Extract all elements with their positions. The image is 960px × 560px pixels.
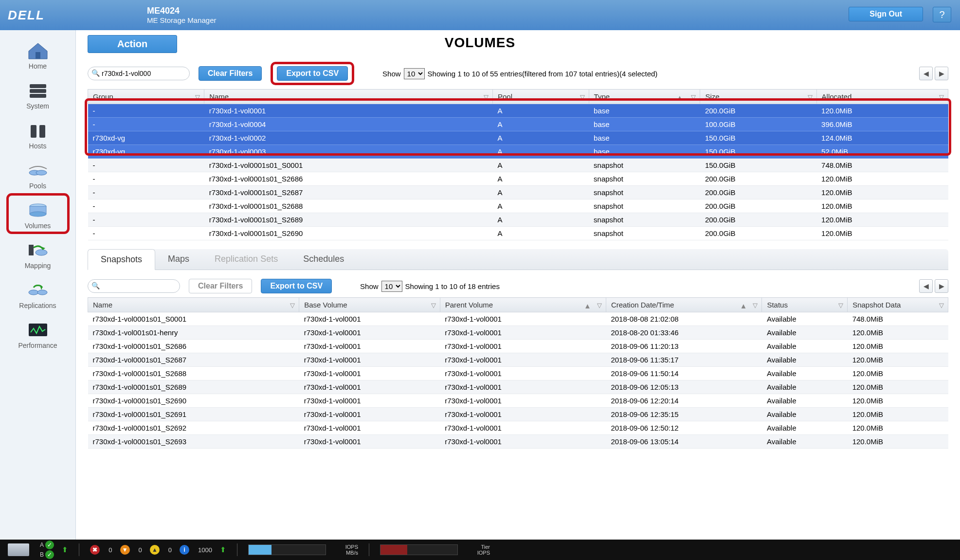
page-title: VOLUMES [445, 35, 515, 51]
table-row[interactable]: r730xd-1-vol0001s01_S2689r730xd-1-vol000… [88, 380, 948, 394]
sidebar-item-home[interactable]: Home [9, 36, 67, 72]
snapshots-table[interactable]: Name▽Base Volume▽Parent Volume▲▽Creation… [88, 297, 948, 449]
table-row[interactable]: -r730xd-1-vol0001s01_S2689Asnapshot200.0… [88, 213, 948, 227]
iops-meter [248, 544, 326, 555]
sidebar-item-replications[interactable]: Replications [9, 275, 67, 311]
cell-name: r730xd-1-vol0001s01_S2689 [88, 380, 299, 394]
snapshots-search-input[interactable] [88, 279, 180, 293]
volumes-prev-page-button[interactable]: ◀ [919, 67, 933, 80]
snapshots-col-creation-date-time[interactable]: Creation Date/Time▲▽ [606, 298, 762, 312]
sidebar-item-volumes[interactable]: Volumes [9, 196, 67, 232]
snapshots-export-csv-button[interactable]: Export to CSV [261, 279, 332, 293]
filter-icon[interactable]: ▽ [691, 93, 696, 101]
filter-icon[interactable]: ▽ [580, 93, 585, 101]
table-row[interactable]: r730xd-1-vol0001s01_S0001r730xd-1-vol000… [88, 312, 948, 326]
action-button[interactable]: Action [88, 35, 177, 53]
sidebar-item-label: Mapping [25, 262, 51, 270]
cell-dt: 2018-09-06 12:05:13 [606, 380, 762, 394]
table-row[interactable]: r730xd-1-vol0001s01_S2687r730xd-1-vol000… [88, 353, 948, 367]
volumes-col-allocated[interactable]: Allocated▽ [816, 90, 948, 104]
cell-name: r730xd-1-vol0001s01_S2689 [204, 213, 493, 227]
filter-icon[interactable]: ▽ [195, 93, 200, 101]
detail-tabs: SnapshotsMapsReplication SetsSchedules [88, 249, 948, 270]
snapshots-prev-page-button[interactable]: ◀ [919, 279, 933, 293]
tab-maps[interactable]: Maps [155, 249, 202, 270]
table-row[interactable]: -r730xd-1-vol0001s01_S0001Asnapshot150.0… [88, 159, 948, 172]
volumes-show-label: Show [382, 70, 401, 78]
filter-icon[interactable]: ▽ [939, 93, 944, 101]
volumes-col-group[interactable]: Group▽ [88, 90, 204, 104]
snapshots-col-name[interactable]: Name▽ [88, 298, 299, 312]
filter-icon[interactable]: ▽ [597, 302, 602, 309]
volumes-search-input[interactable] [88, 67, 190, 80]
table-row[interactable]: r730xd-1-vol0001s01_S2693r730xd-1-vol000… [88, 435, 948, 449]
table-row[interactable]: r730xd-vgr730xd-1-vol0002Abase150.0GiB12… [88, 131, 948, 145]
cell-type: snapshot [589, 172, 700, 186]
tab-schedules[interactable]: Schedules [290, 249, 357, 270]
sort-asc-icon: ▲ [584, 302, 591, 310]
table-row[interactable]: r730xd-vgr730xd-1-vol0003Abase150.0GiB52… [88, 145, 948, 159]
table-row[interactable]: r730xd-1-vol001s01-henryr730xd-1-vol0001… [88, 326, 948, 340]
tab-snapshots[interactable]: Snapshots [88, 249, 155, 270]
table-row[interactable]: -r730xd-1-vol0001s01_S2690Asnapshot200.0… [88, 227, 948, 240]
cell-alloc: 124.0MiB [816, 131, 948, 145]
snapshots-next-page-button[interactable]: ▶ [935, 279, 948, 293]
table-row[interactable]: r730xd-1-vol0001s01_S2690r730xd-1-vol000… [88, 394, 948, 408]
cell-type: base [589, 145, 700, 159]
table-row[interactable]: r730xd-1-vol0001s01_S2686r730xd-1-vol000… [88, 340, 948, 353]
volumes-next-page-button[interactable]: ▶ [935, 67, 948, 80]
volumes-col-type[interactable]: Type▽▲ [589, 90, 700, 104]
volumes-col-pool[interactable]: Pool▽ [492, 90, 589, 104]
sidebar-item-mapping[interactable]: Mapping [9, 235, 67, 271]
sidebar-item-hosts[interactable]: Hosts [9, 116, 67, 152]
table-row[interactable]: r730xd-1-vol0001s01_S2692r730xd-1-vol000… [88, 421, 948, 435]
sign-out-button[interactable]: Sign Out [849, 7, 923, 21]
cell-parent: r730xd-1-vol0001 [440, 367, 606, 380]
filter-icon[interactable]: ▽ [838, 302, 843, 309]
sidebar-item-performance[interactable]: Performance [9, 315, 67, 351]
cell-data: 120.0MiB [848, 421, 948, 435]
cell-parent: r730xd-1-vol0001 [440, 380, 606, 394]
snapshots-col-base-volume[interactable]: Base Volume▽ [299, 298, 440, 312]
sidebar-item-pools[interactable]: Pools [9, 156, 67, 192]
cell-parent: r730xd-1-vol0001 [440, 312, 606, 326]
snapshots-show-select[interactable]: 10 [381, 281, 402, 292]
filter-icon[interactable]: ▽ [753, 302, 758, 309]
volumes-col-size[interactable]: Size▽ [700, 90, 816, 104]
snapshots-clear-filters-button[interactable]: Clear Filters [189, 279, 252, 293]
filter-icon[interactable]: ▽ [808, 93, 813, 101]
svg-rect-12 [29, 245, 34, 255]
expand-icon[interactable]: ⬆ [62, 545, 68, 554]
table-row[interactable]: -r730xd-1-vol0004Abase100.0GiB396.0MiB [88, 118, 948, 131]
filter-icon[interactable]: ▽ [939, 302, 944, 309]
cell-parent: r730xd-1-vol0001 [440, 394, 606, 408]
sidebar-item-system[interactable]: System [9, 76, 67, 112]
help-button[interactable]: ? [933, 7, 951, 22]
snapshots-col-status[interactable]: Status▽ [762, 298, 848, 312]
table-row[interactable]: r730xd-1-vol0001s01_S2688r730xd-1-vol000… [88, 367, 948, 380]
table-row[interactable]: -r730xd-1-vol0001Abase200.0GiB120.0MiB [88, 104, 948, 118]
volumes-col-name[interactable]: Name▽ [204, 90, 493, 104]
snapshots-col-parent-volume[interactable]: Parent Volume▲▽ [440, 298, 606, 312]
cell-name: r730xd-1-vol0004 [204, 118, 493, 131]
filter-icon[interactable]: ▽ [431, 302, 436, 309]
cell-name: r730xd-1-vol0001s01_S2687 [204, 186, 493, 199]
cell-status: Available [762, 340, 848, 353]
table-row[interactable]: -r730xd-1-vol0001s01_S2687Asnapshot200.0… [88, 186, 948, 199]
filter-icon[interactable]: ▽ [290, 302, 295, 309]
table-row[interactable]: r730xd-1-vol0001s01_S2691r730xd-1-vol000… [88, 408, 948, 421]
expand-icon[interactable]: ⬆ [220, 545, 226, 554]
pools-icon [23, 160, 53, 181]
snapshots-col-snapshot-data[interactable]: Snapshot Data▽ [848, 298, 948, 312]
cell-pool: A [492, 159, 589, 172]
volumes-show-select[interactable]: 10 [404, 68, 425, 79]
filter-icon[interactable]: ▽ [484, 93, 489, 101]
table-row[interactable]: -r730xd-1-vol0001s01_S2686Asnapshot200.0… [88, 172, 948, 186]
cell-dt: 2018-09-06 12:35:15 [606, 408, 762, 421]
cell-status: Available [762, 421, 848, 435]
cell-dt: 2018-09-06 12:20:14 [606, 394, 762, 408]
volumes-export-csv-button[interactable]: Export to CSV [277, 66, 348, 81]
table-row[interactable]: -r730xd-1-vol0001s01_S2688Asnapshot200.0… [88, 199, 948, 213]
volumes-table[interactable]: Group▽Name▽Pool▽Type▽▲Size▽Allocated▽ -r… [88, 89, 948, 240]
volumes-clear-filters-button[interactable]: Clear Filters [199, 66, 262, 81]
